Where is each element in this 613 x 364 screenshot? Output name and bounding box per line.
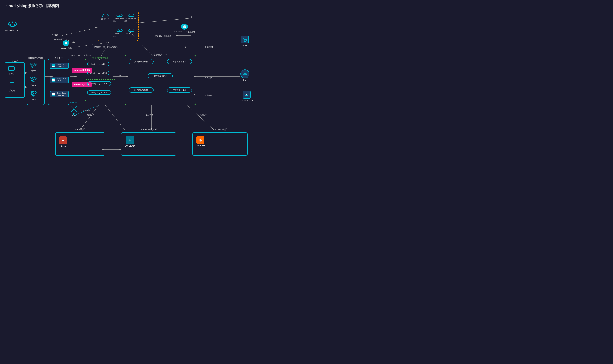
gateway1-box: Spring Cloud Gateway — [50, 63, 69, 69]
data-storage-label: 数据存储 — [146, 114, 153, 116]
svg-line-73 — [71, 106, 73, 108]
admin92-box: cloud-yblog-admin92 — [87, 90, 111, 95]
user-label: 用户微服务集群 — [134, 89, 148, 91]
mobile-icon — [9, 82, 14, 89]
system-box: 系统微服务集群 — [148, 73, 173, 78]
gateway2-node: Spring Cloud Gateway — [50, 77, 69, 83]
svg-point-45 — [32, 80, 34, 82]
nacos3-label: 注册中心nacos — [114, 33, 124, 35]
elastic-label: ElasticSearch — [241, 99, 252, 101]
elastic-node: ElasticSearch — [239, 91, 255, 101]
data-cache-label: 数据缓存 — [87, 114, 94, 116]
svg-point-51 — [33, 93, 34, 94]
druid-label: Druid — [243, 79, 247, 81]
svg-line-75 — [75, 106, 77, 108]
mysql-cluster-box: My MySQL从库 My MySQL主库 My MySQL从库 — [121, 132, 176, 156]
svg-rect-33 — [9, 71, 13, 71]
svg-point-67 — [246, 94, 247, 95]
rabbitmq-cluster-title: RabbitMQ集群 — [192, 128, 248, 131]
gateway1-label: Spring Cloud Gateway — [56, 64, 67, 68]
nginx1-node: Nginx — [29, 63, 38, 72]
nginx-cluster-box: Nginx服务器集群 Nginx Nginx — [27, 59, 44, 105]
register-service-label: 注册服务 — [52, 34, 59, 36]
nginx-cluster-label: Nginx服务器集群 — [28, 57, 43, 59]
article-box: 文章微服务集群 — [129, 59, 153, 64]
distributed-session-label: 分布式Session、单点登录 — [70, 54, 91, 57]
gateway-cluster-box: 网关集群 Spring Cloud Gateway Spring Cloud G… — [48, 59, 69, 105]
svg-text:⚙: ⚙ — [118, 15, 120, 16]
svg-point-68 — [73, 108, 75, 110]
admin92-label: cloud-yblog-admin92 — [90, 91, 108, 93]
nacos-cluster-icon: ⚙+ — [101, 13, 109, 18]
diagram: Feign cloud-yblog — [0, 0, 306, 182]
svg-rect-57 — [52, 94, 55, 95]
svg-rect-53 — [52, 66, 55, 66]
springboot-admin-label: springboot- admin监控系统 — [174, 31, 195, 33]
article-label: 文章微服务集群 — [134, 60, 148, 63]
gateway3-box: Spring Cloud Gateway — [50, 91, 69, 97]
admin91-node: cloud-yblog-admin91 — [87, 81, 111, 86]
nacos2-label: 注册中心nacos — [126, 18, 136, 20]
web82-label: cloud-yblog-web82 — [90, 72, 107, 74]
zipkin-icon — [70, 105, 78, 114]
nginx2-label: Nginx — [31, 84, 36, 86]
svg-rect-56 — [52, 93, 55, 94]
search-label: 搜索微服务集群 — [173, 89, 186, 91]
svg-text:⚙: ⚙ — [130, 15, 131, 16]
svg-line-76 — [71, 110, 73, 112]
mysql-section: MySQL主从复制 My MySQL从库 My MySQL主库 My MySQL… — [121, 128, 176, 156]
mysql-icons-row: My MySQL从库 My MySQL主库 My MySQL从库 — [122, 133, 176, 139]
client-box: 客户端 电脑端 手机端 — [5, 62, 25, 98]
chain-trace-label2: 链路跟踪 — [83, 109, 90, 112]
log-box: 日志微服务集群 — [167, 59, 192, 64]
svg-line-23 — [187, 105, 214, 130]
redis3-node: ● Redis — [59, 136, 67, 147]
sql-monitor-label: SQL监控 — [205, 77, 212, 79]
svg-rect-54 — [52, 79, 55, 80]
nacos2-node: ⚙ 注册中心nacos — [125, 13, 136, 20]
svg-line-20 — [80, 105, 99, 130]
spring-security-node: SpringSecurity — [59, 39, 73, 50]
nacos4-icon: ⚙ — [128, 28, 134, 33]
consumer-cluster-box: 微服务消费者集群 cloud-yblog-web81 cloud-yblog-w… — [85, 59, 115, 101]
gateway1-node: Spring Cloud Gateway — [50, 63, 69, 69]
gateway3-node: Spring Cloud Gateway — [50, 91, 69, 97]
mysql-slave2-icon: My — [126, 136, 134, 144]
svg-point-50 — [32, 94, 34, 96]
seata-label: Seata — [242, 44, 248, 46]
svg-text:⚙: ⚙ — [118, 30, 120, 31]
rabbitmq3-icon: 🐇 — [196, 136, 204, 144]
svg-text:⚙: ⚙ — [130, 30, 131, 31]
mobile-node: 手机端 — [9, 82, 15, 92]
nginx1-icon — [29, 63, 38, 69]
rabbitmq3-label: RabbitMQ — [196, 144, 205, 147]
zipkin-node: zipkin — [67, 105, 81, 116]
nginx3-icon — [29, 91, 38, 97]
search-node: 搜索微服务集群 — [167, 88, 192, 93]
async-op-label: 异步操作 — [199, 114, 207, 116]
redis3-label: Redis — [61, 145, 66, 147]
rabbitmq-icons-row: 🐇 RabbitMQ 🐇 RabbitMQ 🐇 RabbitMQ — [193, 133, 247, 139]
nacos-register-label1: 注册 — [113, 20, 116, 22]
svg-point-35 — [12, 87, 12, 88]
svg-line-74 — [75, 110, 77, 112]
redis-icons-row: ● Redis + Redis ● Redis — [56, 133, 105, 140]
nginx1-label: Nginx — [31, 70, 36, 72]
svg-line-22 — [105, 105, 125, 130]
svg-rect-32 — [11, 70, 12, 71]
mysql-slave2-node: My MySQL从库 — [125, 136, 135, 147]
redis-cluster-title: Redis集群 — [55, 128, 105, 131]
nacos-cluster-node: ⚙+ 集群注册中心 — [100, 13, 111, 20]
spring-security-icon — [62, 39, 70, 47]
gateway2-icon — [52, 78, 55, 82]
svg-text:⚙+: ⚙+ — [104, 15, 106, 16]
chain-trace-label1: 链路跟踪 — [70, 101, 77, 104]
svg-rect-55 — [52, 80, 55, 81]
redis-cluster-box: ● Redis + Redis ● Redis — [55, 132, 105, 156]
rabbitmq-section: RabbitMQ集群 🐇 RabbitMQ 🐇 RabbitMQ 🐇 Rabbi… — [192, 128, 248, 156]
web82-node: cloud-yblog-web82 — [87, 71, 109, 75]
svg-rect-31 — [8, 66, 14, 70]
distributed-tx-label: 分布式事务 — [205, 46, 214, 48]
provider-label: 微服务提供者 — [153, 53, 167, 56]
redis-section: Redis集群 ● Redis + Redis ● Redis — [55, 128, 105, 156]
